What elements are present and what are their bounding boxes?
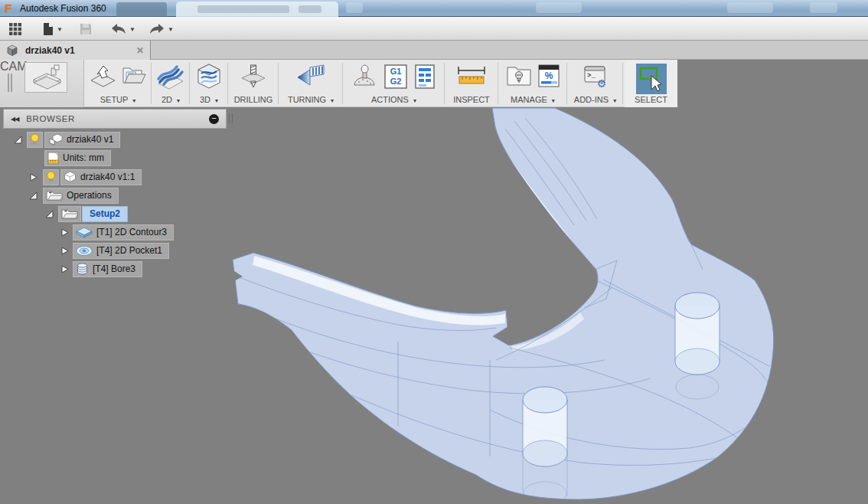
background-window-tab xyxy=(116,2,167,17)
chevron-down-icon: ▾ xyxy=(132,97,135,104)
tree-expanded-icon[interactable] xyxy=(28,190,38,201)
chevron-down-icon: ▾ xyxy=(177,97,180,104)
tree-label-chip-selected[interactable]: Setup2 xyxy=(82,206,128,222)
ribbon-group-select[interactable]: SELECT xyxy=(625,60,677,107)
background-window-blob xyxy=(727,2,773,13)
tree-label-chip[interactable]: Units: mm xyxy=(44,150,111,166)
background-window-blob xyxy=(810,2,837,13)
save-button[interactable] xyxy=(80,20,92,38)
panel-resize-grip[interactable] xyxy=(229,113,233,123)
tree-label-chip[interactable]: drziak40 v1 xyxy=(44,132,120,148)
background-window-tab xyxy=(176,2,338,17)
tree-row-component[interactable]: drziak40 v1:1 xyxy=(28,169,142,185)
ribbon-group-label: MANAGE xyxy=(511,95,547,104)
ribbon-group-2d[interactable]: 2D ▾ xyxy=(152,60,189,107)
svg-text:>_: >_ xyxy=(587,72,596,80)
ribbon-group-label: SETUP xyxy=(100,95,128,104)
setup-folder-chip[interactable] xyxy=(58,206,81,222)
hide-panel-button[interactable]: − xyxy=(209,114,219,124)
ribbon-group-turning[interactable]: TURNING ▾ xyxy=(279,60,342,107)
tree-collapsed-icon[interactable] xyxy=(59,263,70,274)
undo-button[interactable]: ▼ xyxy=(110,20,135,38)
save-icon xyxy=(80,23,92,35)
ribbon-group-actions[interactable]: G1 G2 ACTIONS ▾ xyxy=(344,60,444,107)
svg-text:G2: G2 xyxy=(390,77,401,86)
tree-label: Operations xyxy=(67,190,112,201)
tree-label: Setup2 xyxy=(90,208,120,219)
chevron-down-icon: ▼ xyxy=(129,26,135,33)
ribbon-group-addins[interactable]: >_ ⚙ ADD-INS ▾ xyxy=(568,60,622,107)
tree-row-bore3[interactable]: [T4] Bore3 xyxy=(59,260,142,277)
new-setup-icon xyxy=(90,64,116,88)
ribbon-drag-handle[interactable] xyxy=(8,74,12,92)
title-bar: F Autodesk Fusion 360 xyxy=(0,0,868,17)
tree-row-contour3[interactable]: [T1] 2D Contour3 xyxy=(59,224,174,241)
grid-menu-icon xyxy=(8,22,22,36)
tree-label-chip[interactable]: [T4] 2D Pocket1 xyxy=(73,243,169,259)
tree-row-pocket1[interactable]: [T4] 2D Pocket1 xyxy=(59,242,169,259)
tree-label-chip[interactable]: Operations xyxy=(43,188,119,204)
bore-operation-icon xyxy=(76,263,89,275)
fusion-logo-icon: F xyxy=(5,2,15,14)
tree-collapsed-icon[interactable] xyxy=(59,245,70,256)
setup-folder-icon xyxy=(61,208,78,220)
tree-label-chip[interactable]: drziak40 v1:1 xyxy=(60,169,142,185)
browser-panel-header[interactable]: ◀◀ BROWSER − xyxy=(3,109,227,129)
ribbon-group-label: INSPECT xyxy=(453,95,490,104)
2d-milling-icon xyxy=(157,64,184,90)
document-tab[interactable]: drziak40 v1 ✕ xyxy=(0,41,151,60)
tree-expanded-icon[interactable] xyxy=(12,134,23,145)
tree-label-chip[interactable]: [T4] Bore3 xyxy=(73,261,142,277)
tab-close-icon[interactable]: ✕ xyxy=(136,45,144,56)
file-menu-button[interactable]: ▼ xyxy=(42,20,63,38)
tree-label: drziak40 v1:1 xyxy=(80,172,135,182)
chevron-down-icon: ▾ xyxy=(552,97,555,104)
file-icon xyxy=(42,22,54,36)
tree-row-units[interactable]: Units: mm xyxy=(44,149,111,166)
ribbon-group-inspect[interactable]: INSPECT xyxy=(445,60,498,107)
ribbon-group-label: 3D xyxy=(200,95,210,104)
tree-row-operations[interactable]: Operations xyxy=(28,187,119,204)
app-grid-menu-button[interactable] xyxy=(8,20,22,38)
ribbon-group-manage[interactable]: % MANAGE ▾ xyxy=(499,60,566,107)
tree-collapsed-icon[interactable] xyxy=(28,172,38,182)
tree-expanded-icon[interactable] xyxy=(44,208,54,219)
tree-row-root[interactable]: drziak40 v1 xyxy=(12,131,120,148)
g-code-icon: G1 G2 xyxy=(383,64,408,90)
workspace-section: CAM ▾ xyxy=(0,60,84,107)
component-icon xyxy=(47,133,63,146)
scripts-addins-icon: >_ ⚙ xyxy=(583,64,608,88)
setup-sheet-icon xyxy=(413,64,436,90)
collapse-panel-icon[interactable]: ◀◀ xyxy=(11,116,18,123)
tree-label-chip[interactable]: [T1] 2D Contour3 xyxy=(73,224,174,241)
cam-workspace-icon xyxy=(28,64,64,90)
workspace-switcher-cam[interactable] xyxy=(24,62,67,93)
tree-row-setup2[interactable]: Setup2 xyxy=(44,205,128,222)
contour-operation-icon xyxy=(76,227,93,238)
document-cube-icon xyxy=(6,44,18,57)
turning-icon xyxy=(296,64,325,88)
chevron-down-icon: ▾ xyxy=(613,97,616,104)
ribbon-group-label: ADD-INS xyxy=(574,95,609,104)
document-tab-bar: drziak40 v1 ✕ xyxy=(0,41,868,60)
tree-collapsed-icon[interactable] xyxy=(59,227,70,237)
fusion360-window: F Autodesk Fusion 360 ▼ xyxy=(0,0,868,504)
ribbon-group-label: ACTIONS xyxy=(371,95,409,104)
pocket-operation-icon xyxy=(76,245,93,257)
ribbon-toolbar: CAM ▾ xyxy=(0,60,677,107)
redo-icon xyxy=(148,23,165,35)
visibility-toggle[interactable] xyxy=(43,169,59,185)
lightbulb-icon xyxy=(46,171,56,183)
ribbon-group-3d[interactable]: 3D ▾ xyxy=(191,60,227,107)
tree-label: Units: mm xyxy=(63,152,104,163)
visibility-toggle[interactable] xyxy=(27,132,43,148)
svg-text:%: % xyxy=(544,70,553,81)
ribbon-group-setup[interactable]: SETUP ▾ xyxy=(86,60,150,107)
redo-button[interactable]: ▼ xyxy=(148,20,174,38)
viewport-canvas[interactable] xyxy=(0,107,868,504)
ribbon-group-drilling[interactable]: DRILLING xyxy=(229,60,278,107)
machining-time-icon: % xyxy=(537,64,560,88)
operations-folder-icon xyxy=(46,189,63,201)
body-cube-icon xyxy=(64,171,77,183)
tree-label: [T4] 2D Pocket1 xyxy=(96,245,162,256)
